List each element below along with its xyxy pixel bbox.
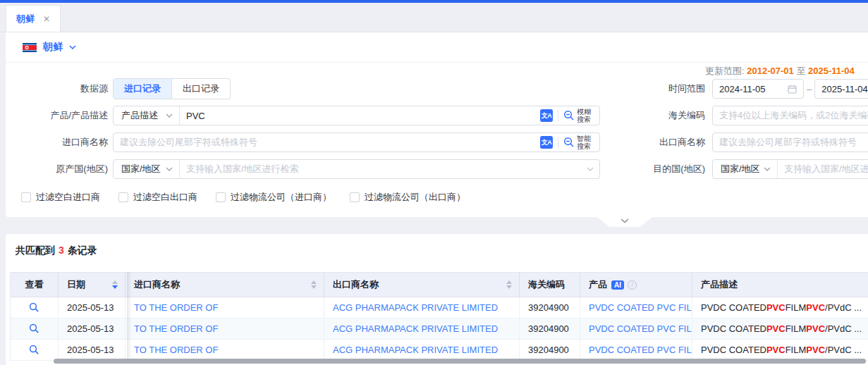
exporter-label: 出口商名称	[605, 132, 705, 152]
origin-country-select[interactable]: 国家/地区	[114, 160, 180, 178]
translate-icon[interactable]: 文A	[540, 136, 553, 149]
chevron-down-icon	[69, 45, 76, 49]
exporter-link[interactable]: ACG PHARMAPACK PRIVATE LIMITED	[324, 340, 520, 360]
product-input[interactable]: PVC	[180, 111, 540, 121]
sort-icon[interactable]	[506, 280, 512, 289]
result-count: 3	[59, 245, 64, 256]
th-importer[interactable]: 进口商名称	[126, 273, 324, 297]
origin-country-input[interactable]: 支持输入国家/地区进行检索	[180, 163, 587, 175]
sort-icon[interactable]	[311, 280, 317, 289]
country-name: 朝鲜	[43, 41, 63, 54]
importer-input[interactable]: 建议去除公司尾部字符或特殊符号	[114, 136, 540, 149]
smart-search-button[interactable]: 智能搜索	[563, 135, 594, 150]
product-type-select[interactable]: 产品描述	[114, 106, 180, 125]
view-cell	[11, 340, 59, 360]
checkbox-icon[interactable]	[216, 192, 226, 202]
exporter-link[interactable]: ACG PHARMAPACK PRIVATE LIMITED	[324, 318, 520, 339]
country-selector[interactable]: 朝鲜	[6, 32, 868, 62]
fuzzy-search-button[interactable]: 模糊搜索	[563, 108, 594, 123]
date-cell: 2025-05-13	[59, 318, 126, 339]
sort-icon[interactable]	[112, 280, 118, 289]
search-icon	[29, 302, 39, 313]
hs-code-cell: 39204900	[520, 318, 580, 339]
checkbox-label: 过滤空白进口商	[36, 191, 100, 204]
divider	[558, 110, 558, 121]
view-search-button[interactable]	[29, 302, 39, 313]
results-panel: 共匹配到3条记录 查看 日期 进口商名称 出口商名称 海关编码	[6, 234, 868, 365]
exporter-input[interactable]: 建议去除公司尾部字符或特殊符号	[712, 132, 868, 152]
filter-row-country: 原产国(地区) 国家/地区 支持输入国家/地区进行检索	[6, 159, 868, 179]
filter-row-company: 进口商名称 建议去除公司尾部字符或特殊符号 文A 智能搜索	[6, 132, 868, 152]
origin-label: 原产国(地区)	[6, 159, 108, 179]
calendar-icon	[788, 85, 797, 94]
update-range: 更新范围: 2012-07-01 至 2025-11-04	[705, 65, 855, 78]
view-cell	[11, 297, 59, 318]
update-range-end: 2025-11-04	[808, 66, 855, 76]
origin-filter-group: 国家/地区 支持输入国家/地区进行检索	[113, 159, 600, 179]
zoom-out-search-icon	[563, 137, 575, 148]
importer-label: 进口商名称	[6, 132, 108, 152]
time-range-end-input[interactable]: 2025-11-04	[814, 79, 868, 99]
import-records-button[interactable]: 进口记录	[114, 79, 171, 99]
divider	[6, 62, 868, 63]
translate-icon[interactable]: 文A	[540, 109, 553, 122]
product-filter-group: 产品描述 PVC 文A	[113, 106, 600, 125]
destination-label: 目的国(地区)	[605, 159, 705, 179]
date-cell: 2025-05-13	[59, 297, 126, 318]
divider	[558, 137, 558, 148]
th-exporter[interactable]: 出口商名称	[324, 273, 520, 297]
product-label: 产品/产品描述	[6, 106, 108, 125]
chevron-down-icon	[166, 113, 173, 118]
checkbox-icon[interactable]	[118, 192, 128, 202]
search-icon	[29, 345, 39, 355]
importer-link[interactable]: TO THE ORDER OF	[126, 340, 324, 360]
tab-north-korea[interactable]: 朝鲜 ✕	[6, 5, 61, 32]
chevron-down-icon	[764, 167, 771, 171]
importer-filter-group: 建议去除公司尾部字符或特殊符号 文A 智能搜索	[113, 132, 600, 152]
filter-checkbox[interactable]: 过滤空白进口商	[21, 191, 100, 204]
description-cell: PVDC COATED PVC FILM PVC/PVdC ...	[692, 297, 868, 318]
export-records-button[interactable]: 出口记录	[171, 79, 230, 99]
zoom-out-search-icon	[563, 110, 575, 121]
filter-row-source: 数据源 进口记录 出口记录 时间范围 2024-11-05	[6, 79, 868, 99]
product-link[interactable]: PVDC COATED PVC FIL...	[580, 318, 692, 339]
scrollbar-thumb[interactable]	[54, 359, 866, 364]
ai-badge: AI	[611, 280, 624, 290]
update-range-start: 2012-07-01	[747, 66, 794, 76]
north-korea-flag-icon	[23, 43, 37, 52]
info-icon[interactable]: i	[628, 280, 637, 290]
search-icon	[29, 323, 39, 334]
date-cell: 2025-05-13	[59, 340, 126, 360]
time-range-start-input[interactable]: 2024-11-05	[712, 79, 804, 99]
exporter-link[interactable]: ACG PHARMAPACK PRIVATE LIMITED	[324, 297, 520, 318]
th-product: 产品 AI i	[580, 273, 692, 297]
checkbox-label: 过滤空白出口商	[133, 191, 197, 204]
th-date[interactable]: 日期	[59, 273, 126, 297]
product-link[interactable]: PVDC COATED PVC FIL...	[580, 340, 692, 360]
checkbox-icon[interactable]	[21, 192, 31, 202]
view-search-button[interactable]	[29, 323, 39, 334]
checkbox-label: 过滤物流公司（进口商）	[231, 191, 331, 204]
destination-country-select[interactable]: 国家/地区	[713, 160, 778, 178]
filter-checkbox[interactable]: 过滤空白出口商	[118, 191, 197, 204]
time-range-label: 时间范围	[605, 79, 705, 99]
filter-checkbox-row: 过滤空白进口商过滤空白出口商过滤物流公司（进口商）过滤物流公司（出口商）	[21, 190, 465, 204]
importer-link[interactable]: TO THE ORDER OF	[126, 297, 324, 318]
checkbox-icon[interactable]	[350, 192, 360, 202]
view-search-button[interactable]	[29, 345, 39, 355]
filter-checkbox[interactable]: 过滤物流公司（进口商）	[216, 191, 331, 204]
product-link[interactable]: PVDC COATED PVC FIL...	[580, 297, 692, 318]
th-view: 查看	[11, 273, 59, 297]
checkbox-label: 过滤物流公司（出口商）	[365, 191, 465, 204]
close-icon[interactable]: ✕	[43, 14, 50, 24]
description-cell: PVDC COATED PVC FILM PVC/PVdC ...	[692, 340, 868, 360]
table-row: 2025-05-13TO THE ORDER OFACG PHARMAPACK …	[11, 340, 868, 361]
destination-country-input[interactable]: 支持输入国家/地区进行检索	[778, 163, 868, 175]
hs-code-input[interactable]: 支持4位以上海关编码，或2位海关编码加	[712, 106, 868, 125]
chevron-down-icon[interactable]	[587, 167, 594, 171]
importer-link[interactable]: TO THE ORDER OF	[126, 318, 324, 339]
collapse-button[interactable]	[597, 217, 652, 227]
view-cell	[11, 318, 59, 339]
results-summary: 共匹配到3条记录	[6, 234, 868, 257]
filter-checkbox[interactable]: 过滤物流公司（出口商）	[350, 191, 465, 204]
